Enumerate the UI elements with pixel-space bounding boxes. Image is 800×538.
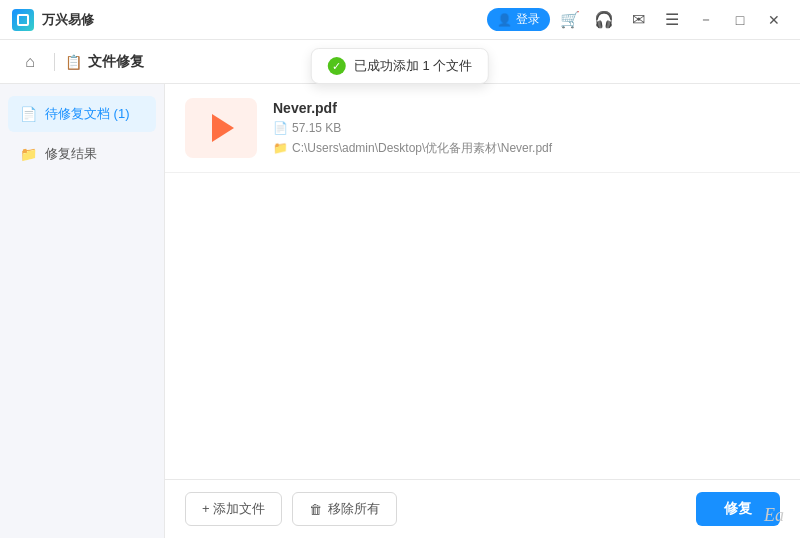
close-button[interactable]: ✕ <box>760 6 788 34</box>
empty-area <box>165 173 800 373</box>
title-bar-right: 👤 登录 🛒 🎧 ✉ ☰ － □ ✕ <box>487 6 788 34</box>
file-thumbnail <box>185 98 257 158</box>
file-name: Never.pdf <box>273 100 780 116</box>
file-size: 57.15 KB <box>292 121 341 135</box>
watermark: Ea <box>764 505 784 526</box>
file-list: Never.pdf 📄 57.15 KB 📁 C:\Users\admin\De… <box>165 84 800 479</box>
sidebar: 📄 待修复文档 (1) 📁 修复结果 <box>0 84 165 538</box>
file-size-icon: 📄 <box>273 121 288 135</box>
folder-icon: 📁 <box>273 141 288 155</box>
sidebar-item-pending[interactable]: 📄 待修复文档 (1) <box>8 96 156 132</box>
section-title: 文件修复 <box>88 53 144 71</box>
menu-icon[interactable]: ☰ <box>658 6 686 34</box>
nav-divider <box>54 53 55 71</box>
result-icon: 📁 <box>20 146 37 162</box>
trash-icon: 🗑 <box>309 502 322 517</box>
toast-message: 已成功添加 1 个文件 <box>354 57 472 75</box>
content-area: Never.pdf 📄 57.15 KB 📁 C:\Users\admin\De… <box>165 84 800 538</box>
user-icon: 👤 <box>497 13 512 27</box>
cart-icon[interactable]: 🛒 <box>556 6 584 34</box>
home-button[interactable]: ⌂ <box>16 48 44 76</box>
file-meta: 📄 57.15 KB <box>273 121 780 135</box>
app-icon <box>12 9 34 31</box>
minimize-button[interactable]: － <box>692 6 720 34</box>
bottom-bar: + 添加文件 🗑 移除所有 修复 <box>165 479 800 538</box>
bottom-left-buttons: + 添加文件 🗑 移除所有 <box>185 492 397 526</box>
title-bar: 万兴易修 👤 登录 🛒 🎧 ✉ ☰ － □ ✕ <box>0 0 800 40</box>
pending-icon: 📄 <box>20 106 37 122</box>
app-title: 万兴易修 <box>42 11 94 29</box>
file-path-row: 📁 C:\Users\admin\Desktop\优化备用素材\Never.pd… <box>273 140 780 157</box>
file-info: Never.pdf 📄 57.15 KB 📁 C:\Users\admin\De… <box>273 100 780 157</box>
maximize-button[interactable]: □ <box>726 6 754 34</box>
login-button[interactable]: 👤 登录 <box>487 8 550 31</box>
toast-check-icon: ✓ <box>328 57 346 75</box>
remove-all-label: 移除所有 <box>328 500 380 518</box>
file-item: Never.pdf 📄 57.15 KB 📁 C:\Users\admin\De… <box>165 84 800 173</box>
add-file-label: + 添加文件 <box>202 500 265 518</box>
nav-bar: ⌂ 📋 文件修复 ✓ 已成功添加 1 个文件 <box>0 40 800 84</box>
sidebar-item-pending-label: 待修复文档 (1) <box>45 105 144 123</box>
title-bar-left: 万兴易修 <box>12 9 94 31</box>
toast-notification: ✓ 已成功添加 1 个文件 <box>311 48 489 84</box>
nav-section: 📋 文件修复 <box>65 53 144 71</box>
main-layout: 📄 待修复文档 (1) 📁 修复结果 Never.pdf 📄 57.15 KB <box>0 84 800 538</box>
play-icon <box>212 114 234 142</box>
sidebar-item-result[interactable]: 📁 修复结果 <box>8 136 156 172</box>
mail-icon[interactable]: ✉ <box>624 6 652 34</box>
file-path: C:\Users\admin\Desktop\优化备用素材\Never.pdf <box>292 140 552 157</box>
sidebar-item-result-label: 修复结果 <box>45 145 144 163</box>
repair-label: 修复 <box>724 500 752 516</box>
remove-all-button[interactable]: 🗑 移除所有 <box>292 492 397 526</box>
app-icon-inner <box>17 14 29 26</box>
headset-icon[interactable]: 🎧 <box>590 6 618 34</box>
add-file-button[interactable]: + 添加文件 <box>185 492 282 526</box>
section-icon: 📋 <box>65 54 82 70</box>
